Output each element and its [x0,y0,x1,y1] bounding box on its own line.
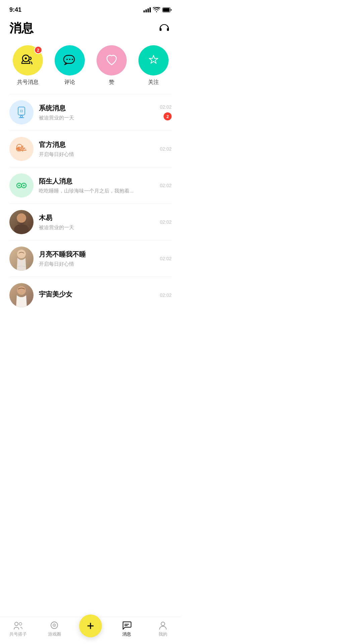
quick-label-follow: 关注 [148,79,159,86]
msg-badge-system: 2 [164,112,172,120]
svg-point-20 [14,224,29,234]
svg-rect-13 [16,148,18,150]
quick-label-gongha: 共号消息 [17,79,39,86]
header: 消息 [0,17,181,42]
status-time: 9:41 [9,6,21,13]
msg-content-yuzhou: 宇宙美少女 [39,290,155,301]
status-bar: 9:41 [0,0,181,17]
svg-point-14 [23,148,25,149]
avatar-stranger [9,173,34,198]
msg-name-official: 官方消息 [39,140,155,149]
svg-point-6 [69,59,70,60]
svg-point-3 [25,57,27,59]
avatar-yuzhou [9,283,34,307]
svg-point-19 [17,213,26,223]
avatar-muyi [9,210,34,234]
svg-point-22 [17,286,26,295]
msg-content-official: 官方消息 开启每日好心情 [39,140,155,158]
svg-point-9 [20,115,22,117]
quick-item-comment[interactable]: 评论 [55,45,85,86]
msg-name-yuzhou: 宇宙美少女 [39,290,155,299]
status-icons [143,7,172,12]
msg-time-yuzhou: 02:02 [160,292,172,298]
avatar-system [9,100,34,124]
message-item-system[interactable]: 系统消息 被迫营业的一天 02:02 2 [0,94,181,130]
msg-preview-official: 开启每日好心情 [39,151,155,158]
quick-icon-gongha: 2 [13,45,43,75]
message-item-yuzhou[interactable]: 宇宙美少女 02:02 [0,277,181,313]
svg-point-21 [17,250,26,258]
svg-point-18 [23,185,25,186]
msg-content-yueling: 月亮不睡我不睡 开启每日好心情 [39,250,155,267]
msg-meta-muyi: 02:02 [160,219,172,225]
msg-content-stranger: 陌生人消息 吃吃睡睡，山珍海味一个月之后，我抱着... [39,177,155,194]
battery-icon [162,7,172,12]
msg-meta-system: 02:02 2 [160,104,172,120]
msg-meta-stranger: 02:02 [160,183,172,188]
message-item-stranger[interactable]: 陌生人消息 吃吃睡睡，山珍海味一个月之后，我抱着... 02:02 [0,167,181,204]
msg-name-muyi: 木易 [39,213,155,222]
quick-access-section: 2 共号消息 评论 [0,42,181,94]
quick-icon-comment [55,45,85,75]
quick-item-like[interactable]: 赞 [97,45,127,86]
msg-name-yueling: 月亮不睡我不睡 [39,250,155,259]
message-list: 系统消息 被迫营业的一天 02:02 2 [0,94,181,313]
badge-gongha: 2 [34,46,42,54]
quick-label-like: 赞 [109,79,114,86]
message-item-muyi[interactable]: 木易 被迫营业的一天 02:02 [0,204,181,240]
avatar-yueling [9,247,34,271]
quick-item-follow[interactable]: 关注 [138,45,169,86]
msg-time-stranger: 02:02 [160,183,172,188]
msg-meta-official: 02:02 [160,146,172,152]
svg-point-5 [66,59,68,60]
page-title: 消息 [9,20,34,37]
headphone-button[interactable] [157,21,172,36]
quick-icon-like [97,45,127,75]
msg-time-system: 02:02 [160,104,172,110]
msg-preview-stranger: 吃吃睡睡，山珍海味一个月之后，我抱着... [39,188,155,194]
msg-preview-muyi: 被迫营业的一天 [39,224,155,231]
msg-time-official: 02:02 [160,146,172,152]
msg-meta-yuzhou: 02:02 [160,292,172,298]
message-item-official[interactable]: 官方消息 开启每日好心情 02:02 [0,131,181,167]
signal-icon [143,7,151,12]
message-item-yueling[interactable]: 月亮不睡我不睡 开启每日好心情 02:02 [0,240,181,277]
msg-time-muyi: 02:02 [160,219,172,225]
msg-content-system: 系统消息 被迫营业的一天 [39,104,155,121]
msg-content-muyi: 木易 被迫营业的一天 [39,213,155,231]
wifi-icon [153,7,160,12]
msg-name-stranger: 陌生人消息 [39,177,155,186]
svg-rect-1 [163,8,170,12]
msg-time-yueling: 02:02 [160,256,172,261]
svg-point-17 [18,185,20,186]
quick-label-comment: 评论 [64,79,75,86]
quick-item-gongha[interactable]: 2 共号消息 [13,45,43,86]
msg-name-system: 系统消息 [39,104,155,113]
avatar-official [9,137,34,161]
msg-preview-system: 被迫营业的一天 [39,115,155,121]
quick-icon-follow [138,45,169,75]
msg-meta-yueling: 02:02 [160,256,172,261]
msg-preview-yueling: 开启每日好心情 [39,261,155,267]
svg-point-7 [72,59,73,60]
